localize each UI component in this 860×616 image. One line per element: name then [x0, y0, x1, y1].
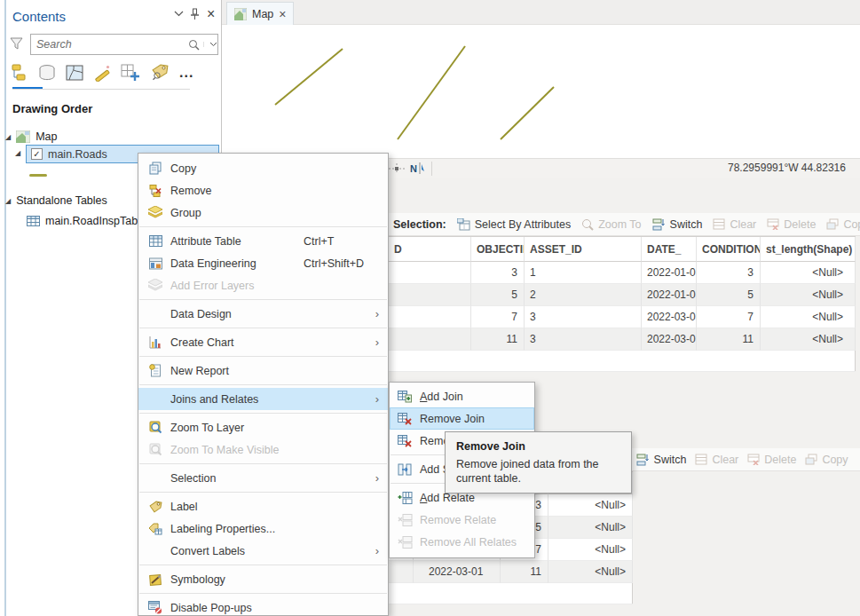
- table-cell[interactable]: <Null>: [761, 306, 856, 328]
- expander-icon[interactable]: ◢: [15, 149, 20, 157]
- menu-item-convert-labels[interactable]: Convert Labels ›: [138, 540, 388, 562]
- column-header[interactable]: CONDITION: [697, 237, 761, 262]
- table-cell[interactable]: <Null>: [761, 284, 856, 306]
- north-arrow-icon[interactable]: N: [410, 162, 426, 174]
- table-cell[interactable]: 2022-01-01: [642, 284, 697, 306]
- column-header[interactable]: ASSET_ID: [525, 237, 642, 262]
- table-cell[interactable]: 3: [697, 262, 761, 284]
- menu-item-copy[interactable]: Copy: [138, 157, 388, 179]
- table-cell[interactable]: 2022-03-01: [414, 561, 501, 583]
- menu-item-labeling-properties[interactable]: Labeling Properties...: [138, 517, 388, 540]
- button-label: Copy: [822, 454, 848, 466]
- switch-selection-button[interactable]: Switch: [652, 218, 703, 231]
- line-symbol-swatch[interactable]: [29, 174, 47, 177]
- menu-item-joins-and-relates[interactable]: Joins and Relates ›: [138, 388, 388, 410]
- expander-icon[interactable]: ◢: [5, 133, 11, 141]
- table-cell[interactable]: <Null>: [548, 539, 633, 561]
- menu-item-selection[interactable]: Selection ›: [138, 467, 388, 489]
- menu-item-label: Zoom To Layer: [170, 422, 244, 434]
- menu-item-remove[interactable]: Remove: [138, 179, 388, 201]
- table-cell[interactable]: 7: [471, 306, 525, 328]
- data-engineering-icon: [146, 257, 164, 270]
- table-cell[interactable]: 11: [471, 328, 525, 351]
- menu-separator: [139, 593, 387, 594]
- menu-item-data-engineering[interactable]: Data Engineering Ctrl+Shift+D: [138, 252, 388, 274]
- map-thumbnail-icon: [234, 8, 247, 20]
- remove-all-joins-icon: [396, 435, 414, 447]
- table-cell[interactable]: 7: [697, 306, 761, 328]
- remove-join-tooltip: Remove Join Remove joined data from the …: [445, 431, 632, 494]
- search-input[interactable]: [31, 38, 185, 51]
- add-error-layers-icon: [146, 279, 164, 292]
- menu-item-label: Copy: [170, 162, 196, 175]
- table-cell[interactable]: 11: [501, 561, 548, 583]
- map-canvas[interactable]: [222, 25, 860, 158]
- submenu-item-add-join[interactable]: Add Join: [390, 385, 534, 407]
- menu-item-label-toggle[interactable]: Label: [138, 495, 388, 517]
- layer-visibility-checkbox[interactable]: ✓: [31, 148, 43, 160]
- snapping-icon[interactable]: [389, 163, 405, 174]
- map-thumbnail-icon: [16, 130, 30, 143]
- table-cell[interactable]: 11: [697, 328, 761, 351]
- clear-selection-button: Clear: [695, 454, 738, 466]
- label-icon: [146, 501, 164, 513]
- menu-item-zoom-to-layer[interactable]: Zoom To Layer: [138, 416, 388, 438]
- column-header[interactable]: st_length(Shape): [761, 237, 856, 262]
- table-cell[interactable]: <Null>: [761, 328, 856, 351]
- chevron-down-icon[interactable]: [174, 11, 184, 17]
- close-pane-icon[interactable]: ×: [207, 6, 215, 22]
- table-cell[interactable]: <Null>: [548, 517, 633, 539]
- tab-map[interactable]: Map ×: [226, 2, 294, 25]
- button-label: Select By Attributes: [475, 218, 571, 231]
- submenu-item-remove-join[interactable]: Remove Join: [390, 407, 534, 430]
- select-by-attributes-button[interactable]: Select By Attributes: [457, 218, 571, 231]
- tree-item-map[interactable]: ◢ Map: [5, 128, 217, 146]
- submenu-arrow-icon: ›: [375, 392, 379, 406]
- table-cell[interactable]: 2: [525, 284, 642, 306]
- table-cell[interactable]: 2022-01-01: [642, 262, 697, 284]
- menu-item-group[interactable]: Group: [138, 201, 388, 224]
- menu-item-label: Label: [170, 501, 198, 513]
- table-cell[interactable]: <Null>: [548, 561, 633, 583]
- drawing-order-label: Drawing Order: [12, 102, 92, 115]
- table-cell[interactable]: 2022-03-01: [642, 306, 697, 328]
- menu-item-data-design[interactable]: Data Design ›: [138, 303, 388, 325]
- switch-selection-button[interactable]: Switch: [636, 454, 687, 466]
- search-icon[interactable]: [185, 39, 203, 51]
- coordinate-readout: 78.2959991°W 44.82316: [728, 162, 860, 174]
- table-cell[interactable]: 3: [525, 328, 642, 351]
- tab-close-icon[interactable]: ×: [279, 7, 286, 21]
- list-by-drawing-order-icon[interactable]: [9, 64, 28, 82]
- menu-item-label: Create Chart: [170, 336, 234, 349]
- table-cell[interactable]: 5: [697, 284, 761, 306]
- menu-item-symbology[interactable]: Symbology: [138, 568, 388, 590]
- menu-item-new-report[interactable]: New Report: [138, 359, 388, 382]
- label-tag-icon[interactable]: [150, 64, 170, 82]
- table-cell[interactable]: 2022-03-01: [642, 328, 697, 351]
- list-by-data-source-icon[interactable]: [38, 64, 56, 82]
- table-cell[interactable]: 3: [471, 262, 525, 284]
- more-options-icon[interactable]: ...: [179, 65, 193, 81]
- expander-icon[interactable]: ◢: [5, 197, 11, 205]
- filter-icon[interactable]: [10, 37, 23, 51]
- group-layers-icon: [146, 206, 164, 219]
- edit-pencil-icon[interactable]: [93, 64, 111, 82]
- tooltip-title: Remove Join: [456, 440, 620, 453]
- table-cell[interactable]: 5: [471, 284, 525, 306]
- menu-item-create-chart[interactable]: Create Chart ›: [138, 331, 388, 353]
- submenu-item-label: Add Join: [420, 391, 463, 403]
- table-cell[interactable]: 3: [525, 306, 642, 328]
- list-by-editing-icon[interactable]: [66, 64, 83, 82]
- menu-item-disable-popups[interactable]: Disable Pop-ups: [138, 596, 388, 616]
- selection-label: Selection:: [393, 218, 446, 231]
- north-label: N: [410, 163, 417, 174]
- snapping-grid-icon[interactable]: [121, 64, 140, 82]
- column-header[interactable]: OBJECTID: [471, 237, 525, 262]
- search-dropdown-icon[interactable]: [203, 42, 223, 47]
- table-cell[interactable]: 1: [525, 262, 642, 284]
- menu-item-attribute-table[interactable]: Attribute Table Ctrl+T: [138, 230, 388, 252]
- table-cell[interactable]: <Null>: [761, 262, 856, 284]
- table-cell[interactable]: <Null>: [548, 494, 633, 517]
- pin-icon[interactable]: [190, 8, 200, 20]
- column-header[interactable]: DATE_: [642, 237, 697, 262]
